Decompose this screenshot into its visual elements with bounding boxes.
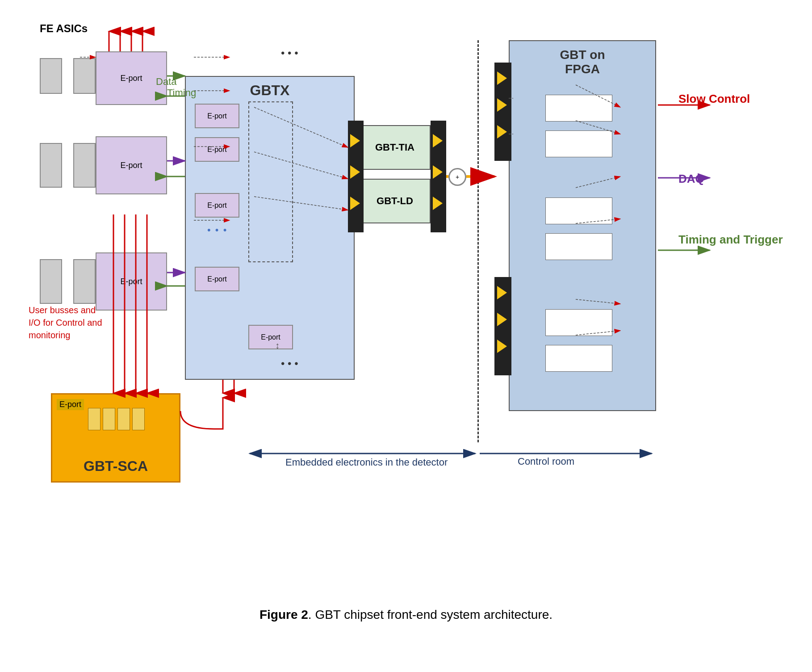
gbt-tia-box: GBT-TIA xyxy=(359,125,431,170)
gbtx-vert-arrows: ↕ xyxy=(275,340,280,351)
fe-asic-mid-1 xyxy=(40,143,62,188)
dots-top: • • • xyxy=(281,47,298,59)
gbtx-mux-block xyxy=(248,101,293,262)
gbt-sca-box: E-port GBT-SCA xyxy=(51,393,180,483)
gbt-ld-label: GBT-LD xyxy=(377,195,413,207)
fe-asics-label: FE ASICs xyxy=(40,22,88,35)
gbtx-eport-1: E-port xyxy=(195,104,239,128)
embedded-label: Embedded electronics in the detector xyxy=(285,456,448,470)
fe-asic-bot-2 xyxy=(73,259,96,304)
divider-line xyxy=(477,40,479,442)
gbt-tia-label: GBT-TIA xyxy=(375,142,414,153)
optical-connector: + xyxy=(448,168,466,186)
triangle-fpga-4 xyxy=(497,286,507,299)
figure-label: Figure 2 xyxy=(260,608,308,622)
timing-label: Timing xyxy=(167,87,196,99)
fpga-inner-2 xyxy=(545,130,612,157)
gbtx-eport-4: E-port xyxy=(195,267,239,291)
transceiver-right-gbt xyxy=(431,121,446,232)
fe-asic-top-2 xyxy=(73,58,96,94)
triangle-fpga-5 xyxy=(497,313,507,326)
fe-asic-top-1 xyxy=(40,58,62,94)
timing-trigger-label: Timing and Trigger xyxy=(678,232,783,248)
triangle-fpga-6 xyxy=(497,340,507,353)
dots-bottom: • • • xyxy=(281,357,298,370)
fpga-title: GBT onFPGA xyxy=(560,48,605,76)
gbtx-dots: • • • xyxy=(207,224,227,236)
triangle-4 xyxy=(433,134,443,147)
gbtx-eport-3: E-port xyxy=(195,193,239,218)
triangle-1 xyxy=(350,134,360,147)
triangle-5 xyxy=(433,165,443,179)
transceiver-fpga-top-left xyxy=(494,63,511,161)
triangle-3 xyxy=(350,197,360,210)
triangle-6 xyxy=(433,197,443,210)
user-busses-label: User busses and I/O for Control and moni… xyxy=(29,304,102,341)
fpga-inner-3 xyxy=(545,197,612,224)
sca-slots xyxy=(88,408,145,430)
fpga-inner-6 xyxy=(545,345,612,372)
gbtx-title: GBTX xyxy=(250,82,290,99)
fpga-inner-4 xyxy=(545,233,612,260)
transceiver-fpga-bot-left xyxy=(494,277,511,375)
figure-caption: Figure 2. GBT chipset front-end system a… xyxy=(260,608,552,622)
diagram: FE ASICs E-port E-port E-port GBTX E-por… xyxy=(26,18,786,599)
triangle-fpga-3 xyxy=(497,125,507,139)
fe-asic-mid-2 xyxy=(73,143,96,188)
eport-bot-label: E-port xyxy=(120,277,142,286)
transceiver-left-gbt xyxy=(348,121,364,232)
fe-asic-bot-1 xyxy=(40,259,62,304)
triangle-2 xyxy=(350,165,360,179)
eport-mid-label: E-port xyxy=(120,161,142,170)
gbtx-box: GBTX E-port E-port E-port E-port E-port … xyxy=(185,76,355,380)
daq-label: DAQ xyxy=(678,172,704,186)
control-room-label: Control room xyxy=(518,456,574,467)
sca-label: GBT-SCA xyxy=(84,458,148,475)
eport-bot: E-port xyxy=(96,252,167,311)
fpga-inner-5 xyxy=(545,309,612,336)
triangle-fpga-2 xyxy=(497,98,507,112)
fpga-box: GBT onFPGA xyxy=(509,40,656,411)
sca-eport: E-port xyxy=(57,399,84,410)
eport-top-label: E-port xyxy=(120,74,142,83)
fpga-inner-1 xyxy=(545,95,612,122)
gbtx-eport-5: E-port xyxy=(248,325,293,349)
triangle-fpga-1 xyxy=(497,71,507,85)
gbt-ld-box: GBT-LD xyxy=(359,179,431,223)
gbtx-eport-2: E-port xyxy=(195,137,239,162)
figure-text: . GBT chipset front-end system architect… xyxy=(308,608,552,622)
eport-mid: E-port xyxy=(96,136,167,194)
slow-control-label: Slow Control xyxy=(678,92,750,107)
data-label: Data xyxy=(156,76,176,88)
